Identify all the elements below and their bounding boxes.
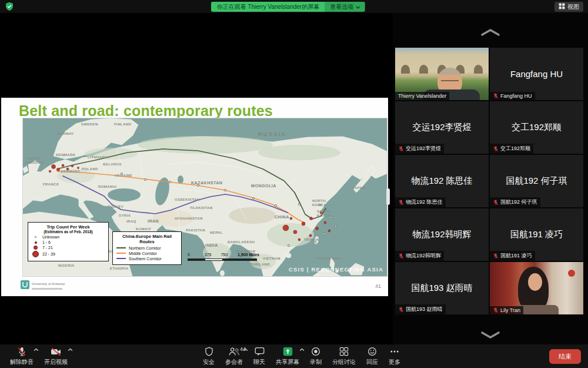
participant-tile[interactable]: 物流192韩明辉物流192韩明辉 bbox=[395, 208, 489, 261]
route-color-swatch bbox=[116, 247, 126, 248]
chevron-down-icon bbox=[356, 4, 360, 10]
view-layout-button[interactable]: 视图 bbox=[554, 2, 583, 12]
trip-marker-open bbox=[169, 181, 171, 183]
map-country-label: MONGOLIA bbox=[251, 183, 276, 188]
trip-marker-filled bbox=[316, 227, 319, 230]
participants-button[interactable]: 44 参会者 bbox=[220, 344, 248, 368]
record-button[interactable]: 录制 bbox=[305, 344, 327, 368]
legend-label: Northern Corridor bbox=[129, 246, 161, 250]
chevron-up-icon[interactable] bbox=[299, 346, 305, 353]
participant-name-text: 国航192 何子琪 bbox=[500, 198, 537, 206]
participant-name-label: Lily Tran bbox=[490, 306, 523, 314]
map-country-label: SOUTH bbox=[317, 210, 330, 213]
breakout-rooms-button[interactable]: 分组讨论 bbox=[327, 344, 361, 368]
csis-watermark: CSIS | RECONNECTING ASIA bbox=[289, 266, 383, 273]
more-button[interactable]: 更多 bbox=[383, 344, 406, 368]
participant-tile[interactable]: 物流192 陈思佳物流192 陈思佳 bbox=[395, 155, 489, 207]
legend-item: Unknown bbox=[32, 235, 105, 239]
security-button[interactable]: 安全 bbox=[198, 344, 220, 368]
view-options-button[interactable]: 查看选项 bbox=[325, 2, 365, 12]
chevron-up-icon[interactable] bbox=[243, 346, 248, 353]
map-country-label: NORWAY bbox=[57, 132, 74, 135]
trip-marker-filled bbox=[302, 222, 305, 226]
participant-tile[interactable]: 国航191 凌巧国航191 凌巧 bbox=[490, 208, 583, 261]
participant-name-text: 物流192 陈思佳 bbox=[406, 198, 443, 206]
map-country-label: UZBEKISTAN bbox=[175, 198, 199, 201]
map-country-label: TAIWAN bbox=[304, 238, 319, 241]
participant-tile[interactable]: 国航192 何子琪国航192 何子琪 bbox=[490, 155, 583, 207]
reactions-label: 回应 bbox=[366, 358, 378, 366]
legend-label: Southern Corridor bbox=[129, 257, 162, 261]
map-country-label: FINLAND bbox=[114, 122, 131, 126]
muted-mic-icon bbox=[398, 200, 404, 205]
record-icon bbox=[311, 347, 320, 357]
grid-view-icon bbox=[559, 3, 565, 11]
legend-title: China-Europe Main Rail Routes bbox=[116, 234, 178, 245]
trip-marker-filled bbox=[324, 221, 326, 224]
map-country-label: FRANCE bbox=[43, 183, 59, 186]
participant-name-text: Fangfang HU bbox=[500, 93, 532, 99]
map-country-label: POLAND bbox=[82, 167, 98, 171]
trip-marker-filled bbox=[57, 168, 60, 171]
trip-marker-filled bbox=[293, 230, 297, 234]
participant-tile[interactable]: 交工192郑顺交工192郑顺 bbox=[490, 101, 583, 154]
participant-name-label: Fangfang HU bbox=[490, 92, 535, 100]
trip-marker-open bbox=[298, 203, 300, 205]
legend-label: 22 - 39 bbox=[42, 252, 55, 256]
unmute-label: 解除静音 bbox=[10, 358, 34, 366]
participant-name-label: 物流192韩明辉 bbox=[395, 251, 444, 261]
participant-tile[interactable]: 交运192李贤煜交运192李贤煜 bbox=[395, 101, 489, 154]
trip-count-symbol bbox=[35, 236, 36, 238]
slide-title: Belt and road: contemporary routes bbox=[19, 102, 273, 120]
participants-label: 参会者 bbox=[225, 358, 243, 366]
trip-marker-filled bbox=[49, 170, 51, 173]
trip-marker-filled bbox=[52, 165, 56, 169]
participant-name-label: 交工192郑顺 bbox=[490, 144, 533, 154]
muted-mic-icon bbox=[493, 93, 499, 99]
participant-name-label: 国航192 何子琪 bbox=[490, 197, 540, 207]
encryption-shield-icon[interactable] bbox=[5, 2, 14, 11]
legend-item: 7 - 21 bbox=[32, 246, 105, 250]
start-video-button[interactable]: 开启视频 bbox=[39, 344, 73, 368]
map-country-label: DENMARK bbox=[56, 153, 76, 157]
map-country-label: KOREA bbox=[317, 214, 331, 217]
chat-bubble-icon bbox=[255, 347, 265, 357]
participant-tile[interactable]: Lily Tran bbox=[490, 262, 583, 314]
share-screen-button[interactable]: 共享屏幕 bbox=[270, 344, 305, 368]
panel-resize-handle[interactable] bbox=[386, 188, 390, 205]
participant-tile[interactable]: 国航193 赵雨晴国航193 赵雨晴 bbox=[395, 262, 489, 314]
unmute-button[interactable]: 解除静音 bbox=[5, 344, 39, 368]
chat-button[interactable]: 聊天 bbox=[248, 344, 270, 368]
meeting-topbar: 你正在观看 Thierry Vanelslander的屏幕 查看选项 视图 bbox=[0, 0, 588, 13]
muted-mic-icon bbox=[493, 307, 499, 313]
trip-marker-open bbox=[144, 178, 146, 180]
route-color-swatch bbox=[116, 253, 126, 254]
map-country-label: BELARUS bbox=[103, 163, 122, 166]
map-country-label: TAJIKISTAN bbox=[190, 206, 212, 210]
end-meeting-button[interactable]: 结束 bbox=[549, 349, 581, 364]
trip-marker-filled bbox=[283, 225, 289, 231]
university-logo: University of Antwerp bbox=[21, 280, 65, 291]
scale-bar-segments bbox=[188, 258, 257, 261]
map-country-label: NORTH bbox=[312, 199, 326, 203]
participant-name-label: 交运192李贤煜 bbox=[395, 144, 444, 154]
trip-marker-open bbox=[252, 197, 254, 199]
breakout-grid-icon bbox=[339, 347, 349, 357]
legend-item: 1 - 6 bbox=[32, 240, 105, 244]
map-country-label: IRAQ bbox=[126, 220, 136, 223]
chevron-up-icon[interactable] bbox=[68, 346, 73, 353]
map-country-label: KINGDOM bbox=[25, 161, 44, 164]
zoom-meeting-window: 你正在观看 Thierry Vanelslander的屏幕 查看选项 视图 Be… bbox=[0, 0, 588, 368]
smiley-icon bbox=[368, 347, 377, 357]
participant-tile[interactable]: Fangfang HUFangfang HU bbox=[490, 48, 583, 100]
scroll-up-button[interactable] bbox=[479, 27, 502, 39]
chat-label: 聊天 bbox=[253, 358, 265, 366]
scale-tick: 0 bbox=[188, 253, 190, 257]
legend-item: Southern Corridor bbox=[116, 257, 178, 261]
chevron-up-icon[interactable] bbox=[34, 346, 39, 353]
scroll-down-button[interactable] bbox=[479, 330, 502, 342]
participant-tile[interactable]: Thierry Vanelslander bbox=[395, 48, 489, 100]
reactions-button[interactable]: 回应 bbox=[361, 344, 383, 368]
trip-marker-open bbox=[288, 244, 289, 246]
scale-tick: 375 bbox=[205, 253, 212, 257]
